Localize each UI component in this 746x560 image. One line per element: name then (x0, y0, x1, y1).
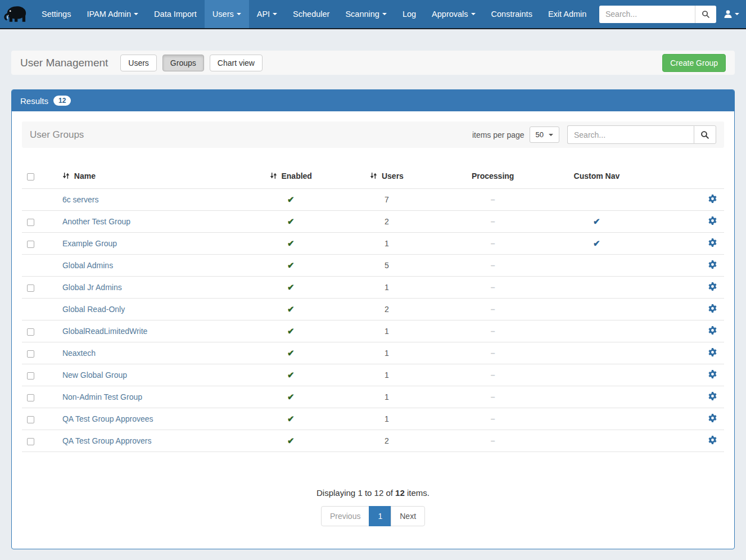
enabled-check-icon (287, 392, 295, 401)
tab-chart-view[interactable]: Chart view (210, 55, 263, 71)
group-name-link[interactable]: 6c servers (62, 195, 99, 204)
processing-dash (491, 436, 495, 445)
tab-groups[interactable]: Groups (162, 55, 204, 71)
custom-nav-check-icon (593, 238, 600, 248)
row-checkbox[interactable] (27, 219, 34, 226)
users-count: 2 (338, 211, 435, 233)
row-settings-button[interactable] (708, 304, 717, 315)
row-checkbox[interactable] (27, 350, 34, 358)
row-settings-button[interactable] (708, 260, 717, 271)
sort-icon (62, 172, 70, 179)
nav-item-ipam-admin[interactable]: IPAM Admin (79, 0, 146, 28)
row-settings-button[interactable] (708, 282, 717, 293)
nav-item-settings[interactable]: Settings (34, 0, 79, 28)
group-name-link[interactable]: Non-Admin Test Group (62, 392, 142, 401)
group-name-link[interactable]: New Global Group (62, 371, 127, 380)
nav-item-label: API (257, 10, 270, 19)
column-header-enabled[interactable]: Enabled (243, 164, 338, 189)
nav-item-data-import[interactable]: Data Import (146, 0, 205, 28)
summary-suffix: items. (405, 488, 429, 498)
group-name-link[interactable]: Global Jr Admins (62, 283, 122, 292)
pagination-next-button[interactable]: Next (391, 506, 425, 526)
user-groups-table: Name Enabled Users Processing Custom Nav (22, 164, 724, 452)
processing-dash (491, 283, 495, 292)
row-settings-button[interactable] (708, 369, 717, 381)
pagination: Previous 1 Next (22, 506, 724, 539)
nav-item-users[interactable]: Users (205, 0, 249, 28)
row-checkbox[interactable] (27, 328, 34, 336)
search-icon (700, 130, 709, 139)
create-group-button[interactable]: Create Group (662, 54, 726, 72)
users-count: 2 (338, 299, 435, 320)
row-checkbox[interactable] (27, 284, 34, 292)
nav-item-label: Scheduler (293, 10, 329, 19)
row-checkbox[interactable] (27, 372, 34, 380)
row-settings-button[interactable] (708, 326, 717, 337)
row-settings-button[interactable] (708, 216, 717, 227)
user-icon (724, 10, 733, 19)
nav-item-label: Approvals (432, 10, 468, 19)
nav-item-label: Constraints (491, 10, 532, 19)
nav-item-log[interactable]: Log (395, 0, 424, 28)
nav-item-approvals[interactable]: Approvals (424, 0, 483, 28)
column-header-name[interactable]: Name (58, 164, 243, 189)
table-title: User Groups (30, 129, 84, 141)
items-per-page-label: items per page (472, 130, 525, 139)
table-search-button[interactable] (694, 125, 716, 144)
pagination-page-1-button[interactable]: 1 (369, 506, 391, 526)
nav-item-exit-admin[interactable]: Exit Admin (540, 0, 595, 28)
group-name-link[interactable]: QA Test Group Approvers (62, 436, 152, 445)
group-name-link[interactable]: Global Read-Only (62, 305, 125, 314)
caret-down-icon (471, 13, 476, 15)
results-panel-heading: Results 12 (12, 90, 734, 111)
group-name-link[interactable]: Neaxtech (62, 349, 96, 358)
items-per-page-select[interactable]: 50 (530, 127, 559, 143)
nav-menu: Settings IPAM Admin Data Import Users AP… (34, 0, 594, 28)
results-summary: Displaying 1 to 12 of 12 items. (22, 488, 724, 498)
table-search-input[interactable] (567, 125, 694, 144)
gear-icon (708, 282, 717, 291)
column-header-users[interactable]: Users (338, 164, 435, 189)
group-name-link[interactable]: QA Test Group Approvees (62, 414, 153, 423)
group-name-link[interactable]: GlobalReadLimitedWrite (62, 327, 147, 336)
summary-total: 12 (395, 488, 405, 498)
nav-item-scheduler[interactable]: Scheduler (285, 0, 337, 28)
row-settings-button[interactable] (708, 194, 717, 205)
row-settings-button[interactable] (708, 347, 717, 359)
gear-icon (708, 347, 717, 357)
row-checkbox[interactable] (27, 438, 34, 445)
enabled-check-icon (287, 436, 295, 445)
pagination-previous-button[interactable]: Previous (321, 506, 369, 526)
caret-down-icon (134, 13, 138, 15)
row-settings-button[interactable] (708, 238, 717, 249)
table-row: QA Test Group Approvers2 (22, 430, 724, 452)
sort-icon (270, 172, 277, 179)
select-all-checkbox[interactable] (27, 173, 34, 180)
user-menu[interactable] (724, 10, 739, 19)
row-settings-button[interactable] (708, 413, 717, 424)
row-settings-button[interactable] (708, 435, 717, 446)
enabled-check-icon (287, 414, 295, 423)
global-search-input[interactable] (599, 6, 695, 23)
page-title: User Management (20, 57, 108, 69)
nav-item-scanning[interactable]: Scanning (337, 0, 394, 28)
global-search-button[interactable] (695, 6, 716, 23)
global-search (599, 6, 716, 23)
group-name-link[interactable]: Example Group (62, 239, 117, 248)
row-checkbox[interactable] (27, 416, 34, 423)
table-row: 6c servers7 (22, 189, 724, 211)
nav-item-constraints[interactable]: Constraints (483, 0, 540, 28)
app-logo[interactable] (0, 0, 34, 28)
group-name-link[interactable]: Another Test Group (62, 217, 130, 226)
group-name-link[interactable]: Global Admins (62, 261, 113, 270)
table-row: Global Jr Admins1 (22, 277, 724, 299)
row-checkbox[interactable] (27, 394, 34, 401)
nav-item-api[interactable]: API (249, 0, 285, 28)
tab-users[interactable]: Users (120, 55, 157, 71)
row-settings-button[interactable] (708, 391, 717, 403)
row-checkbox[interactable] (27, 241, 34, 248)
gear-icon (708, 369, 717, 379)
enabled-check-icon (287, 260, 295, 270)
top-navbar: Settings IPAM Admin Data Import Users AP… (0, 0, 746, 29)
users-count: 1 (338, 233, 435, 255)
